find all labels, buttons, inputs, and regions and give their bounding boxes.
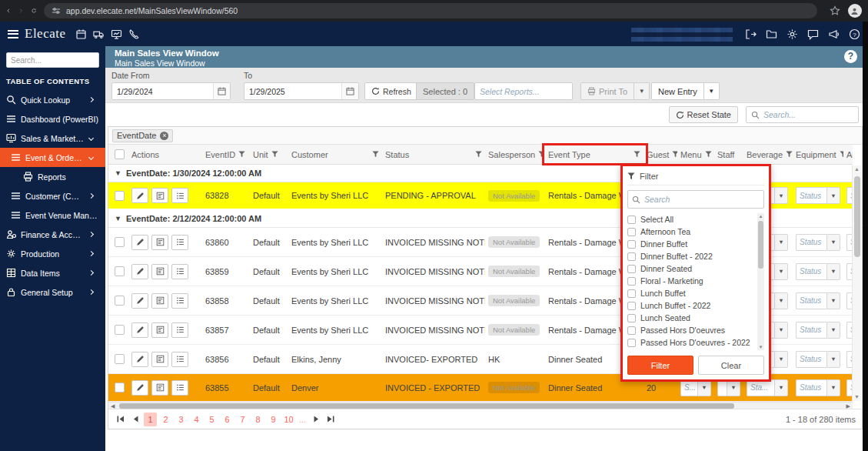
checkbox[interactable] <box>627 277 636 286</box>
equipment-status-dropdown[interactable]: Status▼ <box>796 292 840 309</box>
help-icon[interactable]: ? <box>849 28 860 40</box>
calendar-picker-icon[interactable] <box>341 83 358 99</box>
filter-option[interactable]: Lunch Seated <box>627 312 755 324</box>
scroll-down-icon[interactable]: ▼ <box>853 393 861 401</box>
sidebar-item-general-setup[interactable]: General Setup <box>0 282 105 302</box>
column-header-salesperson[interactable]: Salesperson <box>485 145 545 164</box>
equipment-status-dropdown[interactable]: Status▼ <box>796 234 840 251</box>
hamburger-menu-icon[interactable] <box>8 30 18 38</box>
list-menu-button[interactable] <box>171 352 188 367</box>
site-settings-icon[interactable] <box>52 6 61 15</box>
equipment-status-dropdown[interactable]: Status▼ <box>796 322 840 339</box>
scroll-down-icon[interactable]: ▼ <box>757 344 764 350</box>
sidebar-item-data-items[interactable]: Data Items <box>0 263 105 282</box>
checkbox[interactable] <box>627 302 636 310</box>
checkbox[interactable] <box>627 326 636 335</box>
filter-clear-button[interactable]: Clear <box>698 356 764 375</box>
row-checkbox[interactable] <box>115 325 125 335</box>
page-number[interactable]: 5 <box>205 413 218 426</box>
sidebar-item-production[interactable]: Production <box>0 244 105 263</box>
gear-icon[interactable] <box>787 28 798 40</box>
browser-profile-avatar[interactable] <box>848 4 862 18</box>
equipment-status-dropdown[interactable]: Status▼ <box>796 263 840 280</box>
date-from-input[interactable] <box>112 87 213 96</box>
calendar-picker-icon[interactable] <box>213 83 230 99</box>
next-page-button[interactable] <box>310 413 322 426</box>
window-help-icon[interactable]: ? <box>844 50 857 63</box>
filter-option[interactable]: Dinner Seated <box>627 262 755 275</box>
grid-search-input[interactable] <box>763 110 853 119</box>
equipment-status-dropdown[interactable]: Status▼ <box>796 187 840 204</box>
checkbox[interactable] <box>627 215 636 224</box>
equipment-status-dropdown[interactable]: Status▼ <box>796 351 840 368</box>
forward-icon[interactable] <box>18 5 23 16</box>
remove-group-icon[interactable]: × <box>160 132 168 140</box>
list-menu-button[interactable] <box>171 380 188 396</box>
checkbox[interactable] <box>627 228 636 236</box>
filter-apply-button[interactable]: Filter <box>627 356 693 375</box>
group-chip-eventdate[interactable]: EventDate × <box>112 129 173 142</box>
filter-option[interactable]: Passed Hors D'oeuvres <box>627 324 755 336</box>
phone-icon[interactable] <box>128 28 140 40</box>
filter-icon[interactable] <box>238 151 245 158</box>
filter-icon[interactable] <box>705 151 712 158</box>
column-header-guest[interactable]: Guest <box>644 145 677 164</box>
truck-icon[interactable] <box>93 28 105 40</box>
folder-icon[interactable] <box>766 28 777 40</box>
edit-button[interactable] <box>131 235 148 250</box>
filter-icon[interactable] <box>672 151 677 158</box>
row-checkbox[interactable] <box>115 296 125 306</box>
new-entry-button[interactable]: New Entry <box>651 82 704 100</box>
page-number[interactable]: 9 <box>267 413 280 426</box>
row-checkbox[interactable] <box>115 383 125 393</box>
scroll-right-icon[interactable]: ▶ <box>846 403 850 409</box>
list-menu-button[interactable] <box>171 188 188 203</box>
view-details-button[interactable] <box>151 264 168 279</box>
edit-button[interactable] <box>131 264 148 279</box>
sidebar-item-quick-lookup[interactable]: Quick Lookup <box>0 90 105 109</box>
view-details-button[interactable] <box>151 188 168 203</box>
select-all-checkbox[interactable] <box>115 149 125 159</box>
filter-option[interactable]: Select All <box>627 213 755 226</box>
row-checkbox[interactable] <box>115 237 125 247</box>
sidebar-item-finance-accounting[interactable]: Finance & Accounting <box>0 225 105 244</box>
sidebar-item-sales-marketing[interactable]: Sales & Marketing <box>0 129 105 148</box>
filter-icon[interactable] <box>271 151 278 158</box>
sidebar-item-customer-crm[interactable]: Customer (CRM) <box>0 186 105 205</box>
filter-scrollbar-thumb[interactable] <box>758 221 763 269</box>
list-menu-button[interactable] <box>171 322 188 338</box>
reload-icon[interactable] <box>32 5 36 16</box>
bookmark-star-icon[interactable] <box>830 5 840 16</box>
column-header-unit[interactable]: Unit <box>250 145 288 164</box>
print-to-caret[interactable]: ▼ <box>634 82 650 100</box>
sidebar-item-event-venue-management[interactable]: Event Venue Management <box>0 205 105 225</box>
page-number[interactable]: 10 <box>282 413 295 426</box>
vertical-scrollbar-thumb[interactable] <box>854 176 860 257</box>
column-header-beverage[interactable]: Beverage <box>743 145 793 164</box>
horizontal-scrollbar[interactable]: ◀ ▶ <box>108 402 853 409</box>
filter-option[interactable]: Lunch Buffet - 2022 <box>627 299 755 312</box>
page-number[interactable]: 4 <box>190 413 203 426</box>
megaphone-icon[interactable] <box>828 28 840 40</box>
view-details-button[interactable] <box>151 293 168 309</box>
column-header-eventid[interactable]: EventID <box>202 145 250 164</box>
filter-icon[interactable] <box>372 151 379 158</box>
checkbox[interactable] <box>627 252 636 261</box>
refresh-button[interactable]: Refresh <box>364 82 418 100</box>
list-menu-button[interactable] <box>171 264 188 279</box>
select-reports-input[interactable] <box>475 87 572 96</box>
page-number[interactable]: 6 <box>221 413 234 426</box>
scroll-left-icon[interactable]: ◀ <box>111 403 115 409</box>
column-header-equipment[interactable]: Equipment <box>793 145 843 164</box>
page-number[interactable]: 8 <box>251 413 264 426</box>
filter-icon[interactable] <box>786 151 793 158</box>
horizontal-scrollbar-thumb[interactable] <box>119 403 734 409</box>
edit-button[interactable] <box>131 293 148 309</box>
logout-icon[interactable] <box>745 28 757 40</box>
filter-option[interactable]: Floral - Marketing <box>627 275 755 287</box>
filter-icon[interactable] <box>634 151 640 158</box>
filter-option[interactable]: Afternoon Tea <box>627 226 755 238</box>
sidebar-item-event-order-management[interactable]: Event & Order Man... <box>0 148 105 167</box>
page-number[interactable]: 2 <box>159 413 172 426</box>
list-menu-button[interactable] <box>171 235 188 250</box>
